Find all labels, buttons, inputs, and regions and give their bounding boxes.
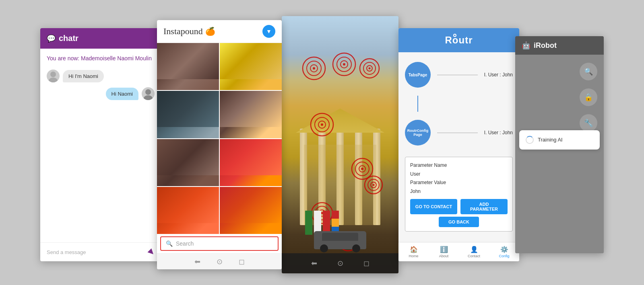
routr-tab-config[interactable]: ⚙️ Config bbox=[489, 242, 519, 261]
irobot-search-button[interactable]: 🔍 bbox=[580, 63, 597, 80]
food-item-1 bbox=[157, 43, 219, 90]
chat-icon: 💬 bbox=[47, 34, 56, 43]
food-grid bbox=[157, 43, 282, 234]
instapound-title: Instapound bbox=[163, 26, 203, 37]
screen-chatr: 💬 chatr You are now: Mademoiselle Naomi … bbox=[40, 28, 161, 261]
routr-tab-bar: 🏠 Home ℹ️ About 👤 Contact ⚙️ Config bbox=[398, 242, 519, 261]
svg-point-3 bbox=[144, 95, 153, 100]
svg-point-1 bbox=[49, 78, 58, 82]
avatar-user bbox=[142, 87, 155, 100]
routr-node-configpage[interactable]: RoutrConfigPage bbox=[405, 120, 431, 146]
about-tab-icon: ℹ️ bbox=[440, 246, 448, 253]
instapound-emoji: 🍊 bbox=[205, 27, 215, 36]
nav-home-icon[interactable]: ⊙ bbox=[337, 259, 343, 268]
about-tab-label: About bbox=[439, 254, 449, 258]
svg-point-0 bbox=[50, 72, 56, 77]
param-name-label: Parameter Name bbox=[410, 161, 508, 170]
contact-tab-label: Contact bbox=[468, 254, 480, 258]
config-tab-icon: ⚙️ bbox=[500, 246, 508, 253]
svg-point-27 bbox=[373, 184, 375, 186]
home-tab-icon: 🏠 bbox=[410, 246, 418, 253]
loading-spinner bbox=[526, 136, 534, 144]
routr-node-row-1: TabsPage I. User : John bbox=[405, 62, 513, 88]
routr-diagram: TabsPage I. User : John RoutrConfigPage … bbox=[405, 59, 513, 149]
food-item-3 bbox=[157, 91, 219, 138]
routr-btn-row: GO TO CONTACT ADD PARAMETER bbox=[410, 199, 508, 214]
chatr-title: chatr bbox=[59, 34, 78, 43]
irobot-robot-icon: 🤖 bbox=[522, 41, 530, 50]
chat-bubble-hi-naomi: Hi I'm Naomi bbox=[63, 70, 104, 82]
routr-tab-home[interactable]: 🏠 Home bbox=[398, 242, 429, 261]
chatr-body: You are now: Mademoiselle Naomi Moulin H… bbox=[40, 49, 161, 242]
food-item-6 bbox=[220, 139, 282, 186]
routr-body: TabsPage I. User : John RoutrConfigPage … bbox=[398, 52, 519, 242]
food-item-7 bbox=[157, 187, 219, 234]
routr-btn-back-container: GO BACK bbox=[410, 217, 508, 227]
dropdown-button[interactable]: ▼ bbox=[262, 25, 275, 38]
svg-point-15 bbox=[369, 68, 371, 70]
irobot-header: 🤖 iRobot bbox=[515, 36, 604, 55]
screen-irobot: 🤖 iRobot 🔍 🔒 🔧 Training AI bbox=[515, 36, 604, 253]
routr-tab-about[interactable]: ℹ️ About bbox=[429, 242, 459, 261]
routr-tab-contact[interactable]: 👤 Contact bbox=[459, 242, 489, 261]
param-user-label: User bbox=[410, 170, 508, 179]
food-item-8 bbox=[220, 187, 282, 234]
send-icon[interactable]: ▶ bbox=[147, 247, 157, 257]
search-icon: 🔍 bbox=[166, 240, 173, 247]
chatr-header: 💬 chatr bbox=[40, 28, 161, 49]
bottom-nav-icon-2[interactable]: ⊙ bbox=[217, 257, 223, 266]
search-bar[interactable]: 🔍 Search bbox=[160, 236, 279, 251]
bottom-nav-icon-1[interactable]: ⬅ bbox=[194, 257, 200, 266]
screen-building: ⬅ ⊙ ◻ bbox=[282, 16, 398, 273]
param-value: John bbox=[410, 187, 508, 196]
instapound-header: Instapound 🍊 ▼ bbox=[157, 20, 282, 43]
message-input-placeholder[interactable]: Send a message bbox=[47, 249, 86, 255]
chatr-footer[interactable]: Send a message ▶ bbox=[40, 242, 161, 261]
search-input[interactable]: Search bbox=[176, 240, 194, 247]
routr-node-row-2: RoutrConfigPage I. User : John bbox=[405, 120, 513, 146]
routr-node-info-1: I. User : John bbox=[484, 72, 513, 78]
irobot-body: 🔍 🔒 🔧 Training AI bbox=[515, 55, 604, 253]
irobot-wrench-button[interactable]: 🔧 bbox=[580, 114, 597, 132]
param-value-label: Parameter Value bbox=[410, 178, 508, 187]
food-item-2 bbox=[220, 43, 282, 90]
irobot-training-card: Training AI bbox=[519, 130, 600, 150]
irobot-title: iRobot bbox=[534, 41, 557, 50]
contact-tab-icon: 👤 bbox=[470, 246, 478, 253]
routr-node-info-2: I. User : John bbox=[484, 130, 513, 135]
car bbox=[314, 231, 366, 249]
chat-message-right: Hi Naomi bbox=[47, 87, 155, 100]
svg-point-7 bbox=[313, 67, 315, 70]
chat-message-left: Hi I'm Naomi bbox=[47, 70, 155, 82]
svg-point-19 bbox=[321, 123, 323, 126]
go-back-button[interactable]: GO BACK bbox=[439, 217, 479, 227]
bottom-nav-icon-3[interactable]: ◻ bbox=[239, 257, 245, 266]
irobot-card-text: Training AI bbox=[538, 137, 563, 143]
routr-header: Routr bbox=[398, 28, 519, 52]
nav-recents-icon[interactable]: ◻ bbox=[363, 259, 369, 268]
screen-instapound: Instapound 🍊 ▼ bbox=[157, 20, 282, 269]
flag-green bbox=[305, 211, 312, 235]
routr-node-tabspage[interactable]: TabsPage bbox=[405, 62, 431, 88]
food-item-5 bbox=[157, 139, 219, 186]
routr-params-box: Parameter Name User Parameter Value John… bbox=[405, 157, 513, 232]
svg-point-23 bbox=[361, 168, 363, 170]
svg-point-2 bbox=[145, 89, 151, 95]
home-tab-label: Home bbox=[409, 254, 418, 258]
go-to-contact-button[interactable]: GO TO CONTACT bbox=[410, 199, 457, 214]
chatr-username: You are now: Mademoiselle Naomi Moulin bbox=[47, 55, 155, 62]
screen-routr: Routr TabsPage I. User : John RoutrConfi… bbox=[398, 28, 519, 261]
routr-title: Routr bbox=[445, 35, 473, 45]
food-item-4 bbox=[220, 91, 282, 138]
svg-point-11 bbox=[343, 63, 345, 66]
irobot-lock-button[interactable]: 🔒 bbox=[580, 88, 597, 106]
config-tab-label: Config bbox=[499, 254, 509, 258]
add-parameter-button[interactable]: ADD PARAMETER bbox=[460, 199, 508, 214]
chat-bubble-hi: Hi Naomi bbox=[106, 88, 138, 100]
avatar-naomi bbox=[47, 70, 60, 82]
screens-container: 💬 chatr You are now: Mademoiselle Naomi … bbox=[0, 0, 644, 285]
nav-back-icon[interactable]: ⬅ bbox=[311, 259, 317, 268]
